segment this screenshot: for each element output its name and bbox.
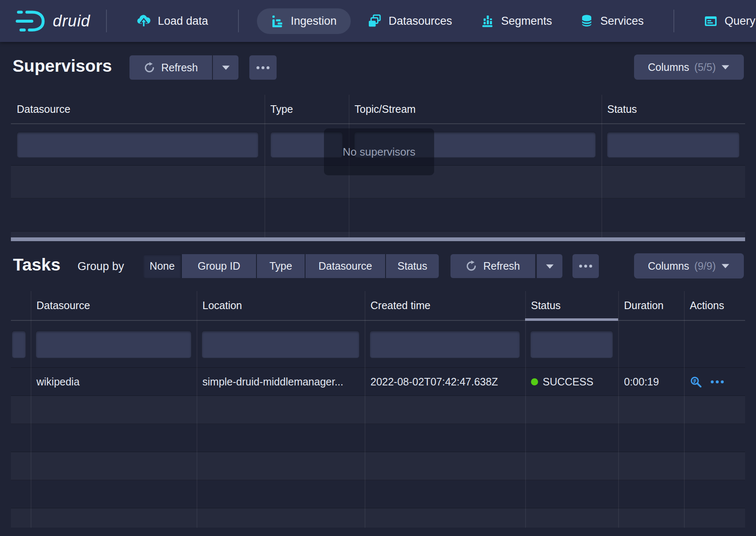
column-divider (525, 291, 526, 528)
status-filter-input[interactable] (607, 132, 740, 158)
nav-item-label: Ingestion (291, 15, 337, 28)
navbar-divider (106, 10, 107, 32)
druid-logo[interactable]: druid (15, 8, 91, 34)
console-icon (704, 15, 717, 27)
filter-cell (11, 132, 264, 158)
nav-item-datasources[interactable]: Datasources (358, 8, 461, 34)
nav-item-query[interactable]: Query (695, 8, 756, 34)
duration-cell: 0:00:19 (618, 376, 684, 388)
columns-label: Columns (648, 260, 689, 272)
datasource-cell: wikipedia (31, 376, 197, 388)
group-by-datasource-button[interactable]: Datasource (305, 254, 385, 278)
supervisors-table: Datasource Type Topic/Stream Status No s… (11, 95, 745, 241)
empty-message: No supervisors (343, 146, 415, 159)
column-divider (197, 291, 197, 528)
header-type[interactable]: Type (264, 95, 349, 123)
nav-item-label: Datasources (388, 15, 452, 28)
status-text: SUCCESS (543, 376, 593, 388)
more-icon (579, 265, 592, 268)
navbar-divider (238, 10, 239, 32)
header-topic-stream[interactable]: Topic/Stream (349, 95, 601, 123)
table-row (11, 424, 745, 452)
status-cell: SUCCESS (525, 376, 618, 388)
refresh-label: Refresh (483, 260, 520, 272)
header-status[interactable]: Status (601, 95, 745, 123)
group-by-type-button[interactable]: Type (256, 254, 305, 278)
refresh-label: Refresh (161, 62, 198, 74)
group-by-button-group: None Group ID Type Datasource Status (143, 254, 439, 278)
tasks-columns-button[interactable]: Columns (9/9) (634, 253, 744, 278)
column-divider (264, 95, 265, 237)
supervisors-refresh-menu-button[interactable] (213, 55, 238, 80)
columns-count: (5/5) (694, 61, 716, 73)
caret-down-icon (721, 263, 730, 269)
filter-cell (31, 330, 197, 358)
bar-chart-icon (481, 14, 494, 28)
nav-item-load-data[interactable]: Load data (127, 8, 217, 34)
group-by-none-button[interactable]: None (143, 254, 181, 278)
caret-down-icon (221, 65, 230, 70)
refresh-icon (144, 62, 155, 73)
datasource-filter-input[interactable] (17, 132, 259, 158)
header-location[interactable]: Location (197, 291, 365, 320)
header-datasource[interactable]: Datasource (31, 291, 197, 320)
group-by-group-id-button[interactable]: Group ID (181, 254, 256, 278)
supervisors-more-button[interactable] (249, 55, 277, 80)
created-time-filter-input[interactable] (370, 330, 520, 358)
success-status-dot (531, 378, 538, 385)
nav-item-services[interactable]: Services (571, 8, 653, 34)
tasks-more-button[interactable] (572, 254, 599, 278)
location-cell: simple-druid-middlemanager... (197, 376, 365, 388)
supervisors-columns-button[interactable]: Columns (5/5) (634, 55, 744, 80)
tasks-refresh-menu-button[interactable] (537, 254, 562, 278)
caret-down-icon (721, 64, 730, 70)
nav-item-label: Query (725, 15, 756, 28)
tasks-refresh-button[interactable]: Refresh (450, 254, 535, 278)
supervisors-refresh-button[interactable]: Refresh (129, 55, 212, 80)
filter-cell (365, 330, 525, 358)
filter-cell (11, 330, 31, 358)
header-created-time[interactable]: Created time (365, 291, 525, 320)
tasks-table-header: Datasource Location Created time Status … (11, 291, 745, 321)
tasks-filter-row (11, 321, 745, 368)
layers-icon (368, 14, 381, 28)
navbar: druid Load data Ingestion Datasource (0, 0, 756, 42)
navbar-divider (673, 10, 674, 32)
column-divider (31, 291, 31, 528)
header-duration[interactable]: Duration (618, 291, 684, 320)
task-details-search-icon[interactable] (690, 376, 702, 388)
no-supervisors-overlay: No supervisors (324, 128, 434, 175)
filter-cell (197, 330, 365, 358)
supervisors-table-header: Datasource Type Topic/Stream Status (11, 95, 745, 124)
location-filter-input[interactable] (202, 330, 360, 358)
datasource-filter-input[interactable] (36, 330, 192, 358)
gantt-chart-icon (271, 15, 284, 28)
nav-item-ingestion[interactable]: Ingestion (257, 8, 351, 34)
columns-count: (9/9) (694, 260, 716, 272)
created-time-cell: 2022-08-02T07:42:47.638Z (365, 376, 525, 388)
group-by-status-button[interactable]: Status (385, 254, 439, 278)
header-datasource[interactable]: Datasource (11, 95, 264, 123)
nav-item-label: Services (600, 15, 644, 28)
column-divider (601, 95, 602, 237)
filter-cell (525, 330, 618, 358)
status-filter-input[interactable] (530, 330, 613, 358)
clipped-filter-input[interactable] (12, 330, 26, 358)
table-row (11, 396, 745, 424)
table-row (11, 232, 745, 237)
caret-down-icon (545, 263, 554, 269)
column-divider (365, 291, 365, 528)
table-row (11, 452, 745, 480)
group-by-label: Group by (78, 260, 124, 273)
header-status-label: Status (531, 299, 561, 312)
filter-cell (601, 132, 745, 158)
header-actions[interactable]: Actions (684, 291, 745, 320)
actions-cell (684, 376, 745, 388)
tasks-table: Datasource Location Created time Status … (11, 291, 745, 528)
nav-item-segments[interactable]: Segments (471, 8, 562, 34)
supervisors-horizontal-scrollbar[interactable] (11, 237, 745, 241)
task-actions-more-icon[interactable] (711, 380, 724, 383)
header-status-sorted[interactable]: Status (525, 291, 618, 320)
task-row-wikipedia[interactable]: wikipedia simple-druid-middlemanager... … (11, 368, 745, 396)
table-row (11, 480, 745, 508)
